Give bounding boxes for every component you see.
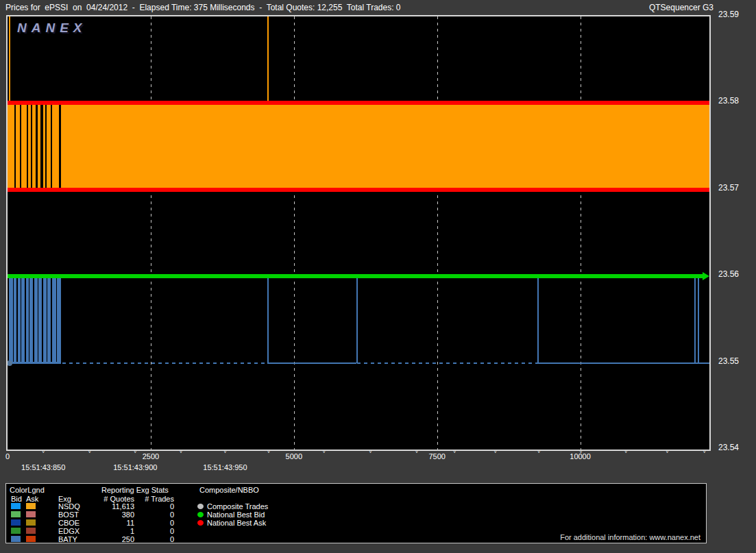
composite-start-marker <box>8 360 12 366</box>
ask-band-gap <box>14 105 16 187</box>
time-marker-icon: v <box>494 448 497 454</box>
bid-cluster-gap <box>33 276 34 361</box>
national-best-bid-line <box>8 274 703 278</box>
ask-swatch <box>26 503 36 509</box>
national-best-ask-line <box>8 188 709 192</box>
x-axis-time-labels: 15:51:43:85015:51:43:90015:51:43:950 <box>8 463 709 474</box>
y-axis-label: 23.59 <box>718 10 739 19</box>
time-marker-icon: v <box>369 448 371 454</box>
exchange-name: CBOE <box>58 519 80 527</box>
gridline-x <box>581 16 581 450</box>
nbbo-item-label: National Best Bid <box>207 511 265 519</box>
nbbo-marker-icon <box>197 504 204 509</box>
bid-quote-line <box>356 276 358 362</box>
bid-cluster-gap <box>21 276 21 361</box>
nbbo-item-label: Composite Trades <box>207 502 268 511</box>
ask-band-gap <box>20 105 21 187</box>
bid-cluster-gap <box>47 276 47 361</box>
trade-count: 0 <box>143 519 174 527</box>
quote-count: 11 <box>88 519 134 527</box>
quote-count: 250 <box>88 535 134 543</box>
chart-frame: NANEX <box>6 15 711 451</box>
ask-band-gap <box>36 105 38 187</box>
nsdq-ask-band <box>8 105 709 187</box>
bid-cluster-gap <box>42 276 43 361</box>
bid-cluster-gap <box>38 276 38 361</box>
bid-cluster-gap <box>29 276 29 361</box>
qtsequencer-window: { "title_bar": { "left_text": "Prices fo… <box>0 0 756 553</box>
bid-cluster-gap <box>13 276 14 361</box>
app-name: QTSequencer G3 <box>649 3 714 12</box>
y-axis: 23.5923.5823.5723.5623.5523.54 <box>716 15 753 448</box>
col-header-bid: Bid <box>11 495 22 503</box>
time-marker-icon: v <box>88 448 91 454</box>
ask-band-gap <box>59 105 61 187</box>
bid-baseline-solid <box>537 362 709 364</box>
ask-band-gap <box>51 105 52 187</box>
trade-count: 0 <box>143 502 174 511</box>
bid-baseline-solid <box>267 362 356 364</box>
bid-quote-line <box>267 276 269 362</box>
time-marker-icon: v <box>323 448 326 454</box>
time-marker-icon: v <box>453 448 456 454</box>
time-marker-icon: v <box>666 448 669 454</box>
national-best-bid-arrow <box>703 272 709 280</box>
nsdq-ask-spike <box>267 16 269 101</box>
ask-swatch <box>26 511 36 517</box>
gridline-x <box>151 16 151 450</box>
y-axis-label: 23.54 <box>718 443 739 452</box>
time-marker-icon: v <box>537 448 540 454</box>
exchange-name: BOST <box>58 511 79 519</box>
ask-band-gap <box>31 105 32 187</box>
nanex-footer-link[interactable]: For additional information: www.nanex.ne… <box>560 533 700 541</box>
bid-quote-line <box>537 276 539 362</box>
time-axis-label: 15:51:43:850 <box>21 463 65 471</box>
bid-cluster-gap <box>25 276 26 361</box>
color-legend-title: ColorLgnd <box>10 486 45 494</box>
col-header-ask: Ask <box>26 495 38 503</box>
bid-cluster-gap <box>51 276 52 361</box>
time-marker-icon: v <box>134 448 136 454</box>
bid-quote-line <box>698 276 699 362</box>
ask-band-gap <box>27 105 28 187</box>
nanex-logo: NANEX <box>17 21 87 36</box>
bid-baseline-solid <box>9 362 61 364</box>
y-axis-label: 23.58 <box>718 96 739 106</box>
trade-count: 0 <box>143 535 174 543</box>
ask-swatch <box>26 528 36 534</box>
bid-swatch <box>11 519 21 526</box>
bid-cluster-gap <box>56 276 57 361</box>
bid-swatch <box>11 511 21 517</box>
time-marker-icon: v <box>223 448 226 454</box>
y-axis-label: 23.55 <box>718 356 739 366</box>
bid-swatch <box>11 503 21 509</box>
ask-swatch <box>26 536 36 542</box>
time-axis-label: 15:51:43:900 <box>113 463 157 471</box>
bid-cluster-gap <box>16 276 18 361</box>
chart-plot-area[interactable]: NANEX <box>8 16 709 450</box>
gridline-x <box>294 16 295 450</box>
nbbo-title: Composite/NBBO <box>199 486 259 494</box>
time-axis-label: 15:51:43:950 <box>203 463 247 471</box>
nbbo-marker-icon <box>197 512 204 517</box>
quote-count: 1 <box>88 527 134 535</box>
bid-swatch <box>11 536 21 542</box>
exchange-name: NSDQ <box>58 502 80 511</box>
bid-swatch <box>11 528 21 534</box>
quote-count: 380 <box>88 511 134 519</box>
ask-band-gap <box>45 105 47 187</box>
ask-swatch <box>26 519 36 526</box>
time-marker-icon: v <box>267 448 270 454</box>
time-marker-icon: v <box>42 448 45 454</box>
title-bar: Prices for ePSSI on 04/24/2012 - Elapsed… <box>0 0 756 15</box>
exchange-name: BATY <box>58 535 77 543</box>
quote-count: 11,613 <box>88 502 134 511</box>
nbbo-marker-icon <box>197 520 204 526</box>
y-axis-label: 23.57 <box>718 183 739 193</box>
time-marker-icon: v <box>703 448 706 454</box>
national-best-ask-line <box>8 101 709 105</box>
trade-count: 0 <box>143 527 174 535</box>
legend-panel: ColorLgnd Bid Ask Exg Reporting Exg Stat… <box>5 483 707 543</box>
trade-count: 0 <box>143 511 174 519</box>
nbbo-item-label: National Best Ask <box>207 519 266 527</box>
